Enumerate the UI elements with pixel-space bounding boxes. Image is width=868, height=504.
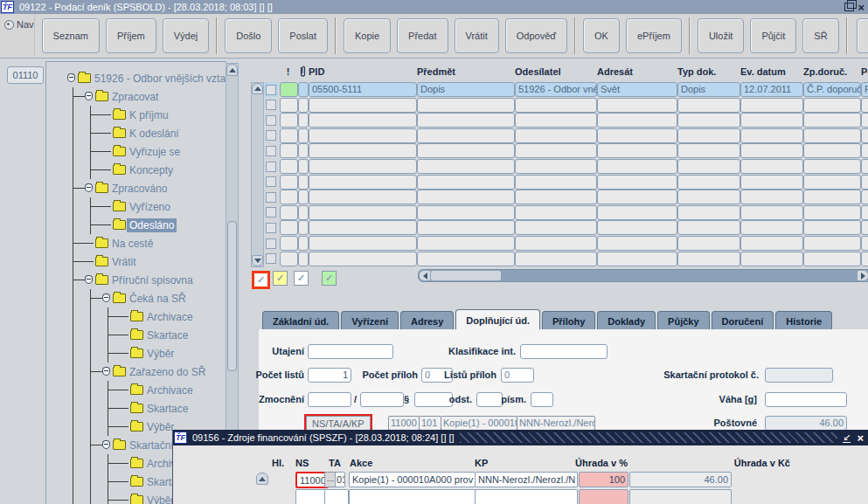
grid-cell-excl[interactable] (280, 159, 298, 174)
tree-item-label[interactable]: Příruční spisovna (109, 273, 196, 287)
grid-cell-pid[interactable] (309, 143, 417, 158)
tree-item-label[interactable]: Na cestě (109, 237, 156, 251)
row-checkbox[interactable] (266, 162, 276, 172)
tree-item-label[interactable]: K příjmu (127, 108, 171, 122)
grid-cell-excl[interactable] (280, 175, 298, 190)
tree-item[interactable]: Vrátit (46, 252, 226, 271)
grid-cell-excl[interactable] (280, 113, 298, 128)
grid-cell-adresat[interactable] (597, 143, 677, 158)
grid-cell-clip[interactable] (298, 190, 309, 204)
tab-p-j-ky[interactable]: Půjčky (657, 311, 709, 330)
tree-expand-toggle[interactable] (85, 183, 93, 192)
grid-cell-typdok[interactable] (677, 159, 740, 174)
grid-cell-evdatum[interactable] (740, 113, 803, 128)
grid-cell-predmet[interactable] (417, 143, 515, 158)
tree-item-label[interactable]: Zpracováno (109, 182, 170, 196)
tab-historie[interactable]: Historie (775, 311, 832, 330)
dialog-scroll-up-icon[interactable] (256, 473, 268, 485)
tree-scroll-up-icon[interactable] (226, 64, 238, 76)
grid-cell-predmet[interactable] (417, 159, 515, 174)
row-checkbox[interactable] (266, 223, 276, 233)
grid-cell-zpdoruc[interactable] (803, 236, 861, 251)
kp-chip[interactable]: NNN-Nerozl./Nero (517, 416, 595, 431)
grid-cell-clip[interactable] (298, 252, 309, 266)
toolbar-button-ep-jem[interactable]: ePříjem (626, 18, 682, 53)
toolbar-button-v-dej[interactable]: Výdej (163, 18, 210, 53)
dialog-kp-cell[interactable]: NNN-Nerozl./Nerozl./N (475, 472, 578, 487)
grid-cell-odesilatel[interactable] (515, 236, 597, 251)
grid-cell-evdatum[interactable] (740, 220, 803, 235)
grid-cell-pod[interactable] (861, 205, 868, 220)
grid-cell-zpdoruc[interactable] (803, 220, 861, 235)
tree-item-label[interactable]: Vyřízeno (127, 200, 173, 214)
row-checkbox[interactable] (266, 207, 276, 217)
grid-cell-clip[interactable] (298, 82, 309, 97)
grid-cell-predmet[interactable] (417, 175, 515, 190)
row-select-cell[interactable] (264, 98, 278, 113)
ta-chip[interactable]: 101 (419, 416, 441, 431)
grid-cell-odesilatel[interactable]: 51926 - Odbor vně (515, 82, 597, 97)
grid-cell-odesilatel[interactable] (515, 220, 597, 235)
grid-cell-evdatum[interactable] (740, 159, 803, 174)
grid-cell-zpdoruc[interactable] (803, 252, 861, 266)
grid-cell-typdok[interactable] (677, 220, 740, 235)
flag-checkbox-yellow[interactable]: ✓ (273, 271, 288, 286)
toolbar-button-seznam[interactable]: Seznam (42, 18, 100, 53)
tree-item-label[interactable]: Zařazeno do SŘ (127, 365, 208, 379)
flag-checkbox-green[interactable]: ✓ (322, 271, 337, 286)
utajeni-input[interactable] (308, 344, 393, 359)
grid-cell-excl[interactable] (280, 82, 298, 97)
grid-cell-pid[interactable]: 05500-5111 (309, 82, 417, 97)
grid-cell-typdok[interactable] (677, 175, 740, 190)
row-checkbox[interactable] (266, 238, 276, 249)
tree-item[interactable]: Čeká na SŘ (46, 289, 226, 307)
flag-checkbox-white[interactable]: ✓ (294, 271, 309, 286)
dialog-uhrada-pct-cell-empty[interactable] (579, 489, 628, 504)
grid-cell-predmet[interactable] (417, 98, 515, 113)
grid-cell-pod[interactable]: RR (861, 82, 868, 97)
dialog-ta-cell-empty[interactable] (324, 489, 349, 504)
tree-item-label[interactable]: K odeslání (127, 127, 182, 141)
grid-cell-pod[interactable] (861, 113, 868, 128)
grid-cell-adresat[interactable] (597, 113, 677, 128)
tree-item-label[interactable]: Archivace (144, 383, 196, 397)
tab-adresy[interactable]: Adresy (400, 311, 454, 330)
row-select-cell[interactable] (264, 82, 278, 97)
row-select-cell[interactable] (264, 252, 278, 266)
grid-cell-odesilatel[interactable] (515, 143, 597, 158)
grid-cell-typdok[interactable] (677, 236, 740, 251)
grid-cell-pid[interactable] (309, 175, 417, 190)
tab-p-lohy[interactable]: Přílohy (542, 311, 595, 330)
grid-cell-zpdoruc[interactable] (803, 159, 861, 174)
grid-cell-clip[interactable] (298, 236, 309, 251)
tree-item[interactable]: Příruční spisovna (46, 271, 226, 289)
tree-item[interactable]: Skartace (46, 399, 226, 418)
row-select-cell[interactable] (264, 236, 278, 251)
grid-cell-pod[interactable] (861, 175, 868, 190)
vaha-input[interactable] (765, 392, 847, 407)
toolbar-button-kopie[interactable]: Kopie (344, 18, 391, 53)
tree-item-label[interactable]: Čeká na SŘ (127, 292, 189, 306)
grid-cell-pid[interactable] (309, 205, 417, 220)
tree-item[interactable]: Archivace (46, 381, 226, 399)
grid-cell-excl[interactable] (280, 220, 298, 235)
toolbar-button-do-lo[interactable]: Došlo (225, 18, 272, 53)
grid-cell-adresat[interactable] (597, 236, 677, 251)
row-select-cell[interactable] (264, 175, 278, 190)
grid-cell-predmet[interactable] (417, 236, 515, 251)
tree-expand-toggle[interactable] (67, 73, 75, 82)
flag-checkbox-red[interactable]: ✓ (252, 271, 270, 289)
grid-cell-clip[interactable] (298, 98, 309, 113)
dialog-kp-cell-empty[interactable] (475, 489, 578, 504)
klasifikace-input[interactable] (520, 344, 608, 359)
tree-item[interactable]: K odeslání (46, 124, 226, 142)
dialog-uhrada-kc-cell-empty[interactable] (629, 489, 732, 504)
dialog-ns-cell-empty[interactable] (295, 489, 327, 504)
toolbar-button-p-edat[interactable]: Předat (397, 18, 448, 53)
grid-cell-clip[interactable] (298, 205, 309, 220)
tree-item-label[interactable]: Výběr (144, 347, 177, 361)
grid-cell-evdatum[interactable]: 12.07.2011 (740, 82, 803, 97)
row-checkbox[interactable] (266, 176, 276, 187)
dialog-ta-cell[interactable]: 01 (335, 472, 345, 487)
toolbar-button-vr-tit[interactable]: Vrátit (455, 18, 499, 53)
